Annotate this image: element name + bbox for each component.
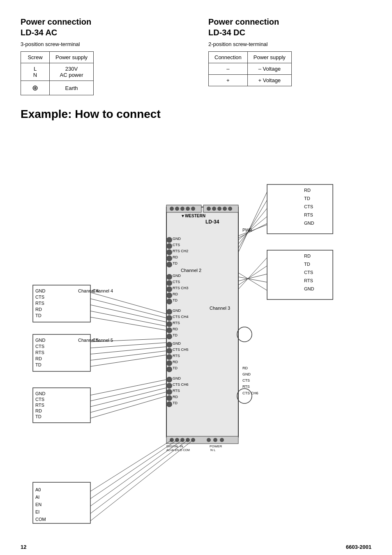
svg-text:GND: GND xyxy=(35,288,46,293)
svg-line-71 xyxy=(90,388,166,407)
ac-row1-screw: LN xyxy=(21,63,50,81)
svg-text:TD: TD xyxy=(35,313,42,318)
svg-point-127 xyxy=(166,243,172,249)
svg-text:RTS: RTS xyxy=(35,301,44,306)
svg-point-148 xyxy=(166,389,172,395)
dc-row1-supply: – Voltage xyxy=(247,63,291,75)
svg-point-144 xyxy=(166,360,172,366)
svg-point-6 xyxy=(175,207,179,211)
svg-text:CTS: CTS xyxy=(173,280,180,284)
svg-point-138 xyxy=(166,321,172,327)
svg-text:GND: GND xyxy=(304,221,314,226)
svg-point-140 xyxy=(166,334,172,339)
svg-text:GND: GND xyxy=(173,376,181,380)
svg-text:Channel 5: Channel 5 xyxy=(92,338,113,343)
svg-text:TD: TD xyxy=(35,362,42,367)
svg-point-139 xyxy=(166,327,172,333)
svg-line-72 xyxy=(90,392,166,412)
svg-point-12 xyxy=(217,207,221,211)
dc-row2-connection: + xyxy=(209,75,248,86)
svg-line-24 xyxy=(238,200,267,248)
svg-point-135 xyxy=(166,299,172,304)
svg-text:RTS: RTS xyxy=(173,389,180,393)
svg-point-7 xyxy=(180,207,184,211)
svg-text:RTS: RTS xyxy=(35,403,44,408)
svg-text:TD: TD xyxy=(304,196,310,201)
svg-point-136 xyxy=(166,309,172,315)
svg-text:CTS CH6: CTS CH6 xyxy=(173,382,189,387)
ac-row2-supply: Earth xyxy=(50,81,94,95)
svg-line-59 xyxy=(90,343,166,348)
page-number: 12 xyxy=(21,544,26,550)
svg-text:GND: GND xyxy=(242,372,251,376)
svg-line-61 xyxy=(90,351,166,360)
connection-diagram: ▼WESTERN LD-34 RD TD CTS RTS GND xyxy=(21,125,378,536)
dc-row1-connection: – xyxy=(209,63,248,75)
svg-line-38 xyxy=(238,258,267,289)
svg-text:RD: RD xyxy=(173,327,178,331)
svg-line-97 xyxy=(90,440,193,521)
example-title: Example: How to connect xyxy=(21,108,371,121)
svg-point-131 xyxy=(166,274,172,280)
svg-point-145 xyxy=(166,366,172,372)
svg-text:RD: RD xyxy=(242,366,248,370)
svg-text:CTS CH4: CTS CH4 xyxy=(173,315,189,319)
svg-text:POWER: POWER xyxy=(210,444,222,448)
svg-point-137 xyxy=(166,315,172,321)
svg-point-10 xyxy=(207,207,211,211)
svg-text:GND: GND xyxy=(304,286,314,291)
dc-table: Connection Power supply – – Voltage + + … xyxy=(208,51,292,86)
ac-section: Power connection LD-34 AC 3-position scr… xyxy=(21,16,184,95)
svg-text:COM: COM xyxy=(35,517,46,522)
svg-point-5 xyxy=(170,207,174,211)
svg-text:RTS: RTS xyxy=(304,212,313,217)
dc-section: Power connection LD-34 DC 2-position scr… xyxy=(208,16,371,95)
svg-text:Channel 2: Channel 2 xyxy=(181,268,201,273)
svg-text:RTS CH2: RTS CH2 xyxy=(173,249,188,253)
svg-text:CTS CH5: CTS CH5 xyxy=(173,348,189,352)
page-footer: 12 6603-2001 xyxy=(21,544,371,550)
svg-text:GND: GND xyxy=(173,309,181,313)
svg-point-132 xyxy=(166,280,172,286)
svg-line-73 xyxy=(90,396,166,418)
svg-text:TD: TD xyxy=(35,414,42,419)
ac-subtitle: 3-position screw-terminal xyxy=(21,41,184,47)
dc-col2-header: Power supply xyxy=(247,52,291,63)
svg-line-25 xyxy=(238,192,267,252)
svg-line-95 xyxy=(90,440,182,506)
ac-title: Power connection LD-34 AC xyxy=(21,16,184,38)
dc-subtitle: 2-position screw-terminal xyxy=(208,41,371,47)
svg-text:CTS: CTS xyxy=(242,378,250,382)
dc-row2-supply: + Voltage xyxy=(247,75,291,86)
svg-text:RD: RD xyxy=(173,255,178,259)
svg-text:RD: RD xyxy=(35,307,42,312)
svg-point-8 xyxy=(186,207,190,211)
svg-line-96 xyxy=(90,440,188,514)
svg-point-128 xyxy=(166,249,172,255)
svg-text:TD: TD xyxy=(173,261,178,265)
svg-point-141 xyxy=(166,342,172,348)
svg-text:CTS: CTS xyxy=(304,204,313,209)
svg-rect-15 xyxy=(267,184,333,234)
svg-line-62 xyxy=(90,355,166,366)
svg-text:TD: TD xyxy=(173,298,178,302)
svg-point-81 xyxy=(213,438,217,442)
svg-text:TD: TD xyxy=(173,333,178,337)
svg-point-129 xyxy=(166,256,172,261)
ac-row1-supply: 230VAC power xyxy=(50,63,94,81)
svg-text:LD-34: LD-34 xyxy=(205,219,219,225)
svg-point-11 xyxy=(212,207,216,211)
ac-col1-header: Screw xyxy=(21,52,50,63)
top-section: Power connection LD-34 AC 3-position scr… xyxy=(21,16,371,95)
svg-point-9 xyxy=(191,207,195,211)
svg-text:CTS: CTS xyxy=(304,270,313,275)
svg-text:RD: RD xyxy=(304,253,311,258)
svg-text:CTS: CTS xyxy=(35,344,44,349)
svg-rect-26 xyxy=(267,250,333,299)
svg-text:CTS CH6: CTS CH6 xyxy=(242,391,258,395)
svg-text:RTS: RTS xyxy=(35,350,44,355)
ac-row2-screw: ⊕ xyxy=(21,81,50,95)
svg-point-143 xyxy=(166,354,172,360)
svg-text:EN: EN xyxy=(35,502,42,507)
svg-text:Channel 4: Channel 4 xyxy=(92,288,113,293)
